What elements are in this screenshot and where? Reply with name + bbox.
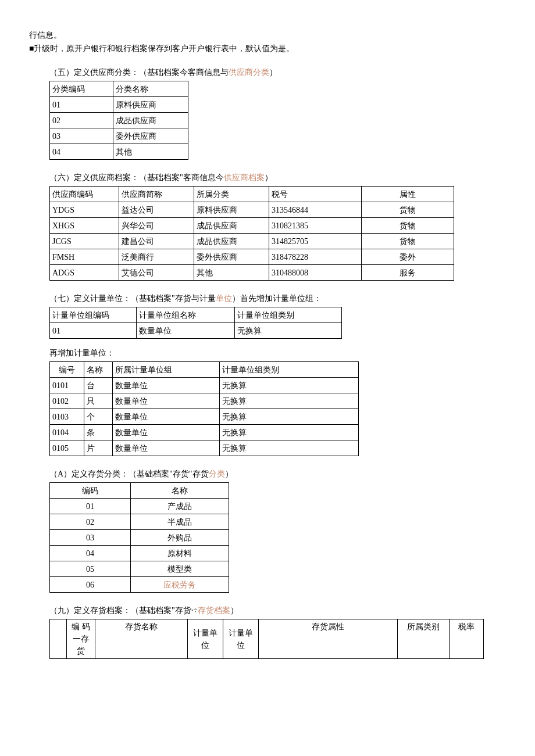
table-row: XHGS兴华公司成品供应商310821385货物: [50, 218, 454, 234]
col-header: 分类名称: [113, 81, 188, 97]
cell: 05: [50, 561, 131, 577]
section-a-title-suffix: ）: [225, 470, 233, 478]
cell: 货物: [362, 234, 454, 249]
cell: 其他: [113, 144, 188, 160]
paragraph-line-2: ■升级时，原开户银行和银行档案保存到客户开户银行表中，默认值为是。: [29, 42, 506, 55]
cell: 成品供应商: [113, 113, 188, 128]
col-header: 计量单位组类别: [220, 362, 359, 378]
supplier-archive-table: 供应商编码 供应商简称 所属分类 税号 属性 YDGS益达公司原料供应商3135…: [49, 186, 454, 281]
section-5-title-prefix: （五）定义供应商分类：（基础档案今客商信息与: [49, 68, 229, 77]
col-header: 税率: [450, 619, 484, 659]
section-5-title: （五）定义供应商分类：（基础档案今客商信息与供应商分类）: [49, 66, 506, 78]
cell: 310821385: [269, 218, 362, 234]
section-a-title-hl: 分类: [209, 470, 225, 478]
cell: 兴华公司: [119, 218, 194, 234]
col-header: 计量单位: [223, 619, 259, 659]
paragraph-line-1: 行信息。: [29, 29, 506, 41]
unit-group-table: 计量单位组编码 计量单位组名称 计量单位组类别 01数量单位无换算: [49, 307, 342, 339]
section-7-title-suffix: ）首先增加计量单位组：: [232, 294, 322, 303]
cell: 成品供应商: [194, 234, 269, 249]
cell: 314825705: [269, 234, 362, 249]
table-row: 分类编码 分类名称: [50, 81, 188, 97]
cell: 货物: [362, 218, 454, 234]
col-header: 属性: [362, 187, 454, 202]
cell: 艾德公司: [119, 265, 194, 281]
cell: 0105: [50, 440, 84, 456]
cell: 数量单位: [113, 440, 220, 456]
section-6-title: （六）定义供应商档案：（基础档案"客商信息今供应商档案）: [49, 171, 506, 184]
table-row: 01数量单位无换算: [50, 323, 342, 339]
cell: ADGS: [50, 265, 119, 281]
table-row: 0104条数量单位无换算: [50, 425, 359, 440]
table-row: 编 码一存货 存货名称 计量单位 计量单位 存货属性 所属类别 税率: [50, 619, 484, 659]
col-header: 所属分类: [194, 187, 269, 202]
cell: 02: [50, 113, 113, 128]
table-row: JCGS建昌公司成品供应商314825705货物: [50, 234, 454, 249]
cell: 泛美商行: [119, 249, 194, 265]
col-header: 计量单位: [188, 619, 223, 659]
table-row: 0105片数量单位无换算: [50, 440, 359, 456]
table-row: 0101台数量单位无换算: [50, 378, 359, 393]
cell: 0102: [50, 393, 84, 409]
table-row: 计量单位组编码 计量单位组名称 计量单位组类别: [50, 307, 342, 323]
table-row: 01产成品: [50, 499, 229, 514]
cell: 个: [84, 409, 113, 425]
table-row: ADGS艾德公司其他310488008服务: [50, 265, 454, 281]
table-row: 01原料供应商: [50, 97, 188, 113]
cell: 条: [84, 425, 113, 440]
cell: FMSH: [50, 249, 119, 265]
col-header: 所属计量单位组: [113, 362, 220, 378]
inventory-archive-table: 编 码一存货 存货名称 计量单位 计量单位 存货属性 所属类别 税率: [49, 619, 484, 659]
col-header: 计量单位组名称: [137, 307, 235, 323]
cell: 原料供应商: [113, 97, 188, 113]
section-5-title-hl: 供应商分类: [229, 68, 269, 77]
cell: 委外供应商: [113, 128, 188, 144]
section-6-title-prefix: （六）定义供应商档案：（基础档案"客商信息今: [49, 173, 224, 182]
col-header: 所属类别: [398, 619, 450, 659]
col-header: 计量单位组编码: [50, 307, 137, 323]
supplier-category-table: 分类编码 分类名称 01原料供应商 02成品供应商 03委外供应商 04其他: [49, 81, 188, 160]
cell: 数量单位: [137, 323, 235, 339]
table-row: 编码 名称: [50, 483, 229, 499]
section-5-title-suffix: ）: [269, 68, 277, 77]
col-header: 供应商编码: [50, 187, 119, 202]
table-row: 03外购品: [50, 530, 229, 546]
section-9-title-prefix: （九）定义存货档案：（基础档案"存货·÷: [49, 606, 198, 615]
cell: 成品供应商: [194, 218, 269, 234]
cell: 台: [84, 378, 113, 393]
cell: 产成品: [131, 499, 229, 514]
cell: 数量单位: [113, 378, 220, 393]
table-row: 02半成品: [50, 514, 229, 530]
cell: 建昌公司: [119, 234, 194, 249]
table-row: 供应商编码 供应商简称 所属分类 税号 属性: [50, 187, 454, 202]
cell: 03: [50, 128, 113, 144]
table-row: 05模型类: [50, 561, 229, 577]
cell: 04: [50, 546, 131, 561]
cell: 04: [50, 144, 113, 160]
cell: 半成品: [131, 514, 229, 530]
cell: 外购品: [131, 530, 229, 546]
table-row: 编号 名称 所属计量单位组 计量单位组类别: [50, 362, 359, 378]
cell: 无换算: [220, 393, 359, 409]
cell: YDGS: [50, 202, 119, 218]
table-row: FMSH泛美商行委外供应商318478228委外: [50, 249, 454, 265]
col-header: 存货名称: [95, 619, 188, 659]
section-6-title-hl: 供应商档案: [224, 173, 265, 182]
table-row: 0102只数量单位无换算: [50, 393, 359, 409]
table-row: YDGS益达公司原料供应商313546844货物: [50, 202, 454, 218]
section-9-title-hl: 存货档案: [198, 606, 230, 615]
cell: JCGS: [50, 234, 119, 249]
cell: XHGS: [50, 218, 119, 234]
table-row: 04原材料: [50, 546, 229, 561]
col-header: 编号: [50, 362, 84, 378]
col-header: 编码: [50, 483, 131, 499]
section-a-title-prefix: （A）定义存货分类：（基础档案"存货"存货: [49, 470, 209, 478]
cell: 数量单位: [113, 393, 220, 409]
col-header: 税号: [269, 187, 362, 202]
table-row: 04其他: [50, 144, 188, 160]
table-row: 03委外供应商: [50, 128, 188, 144]
cell: 模型类: [131, 561, 229, 577]
cell: 委外: [362, 249, 454, 265]
section-7-title-prefix: （七）定义计量单位：（基础档案"存货与计量: [49, 294, 216, 303]
cell: 服务: [362, 265, 454, 281]
